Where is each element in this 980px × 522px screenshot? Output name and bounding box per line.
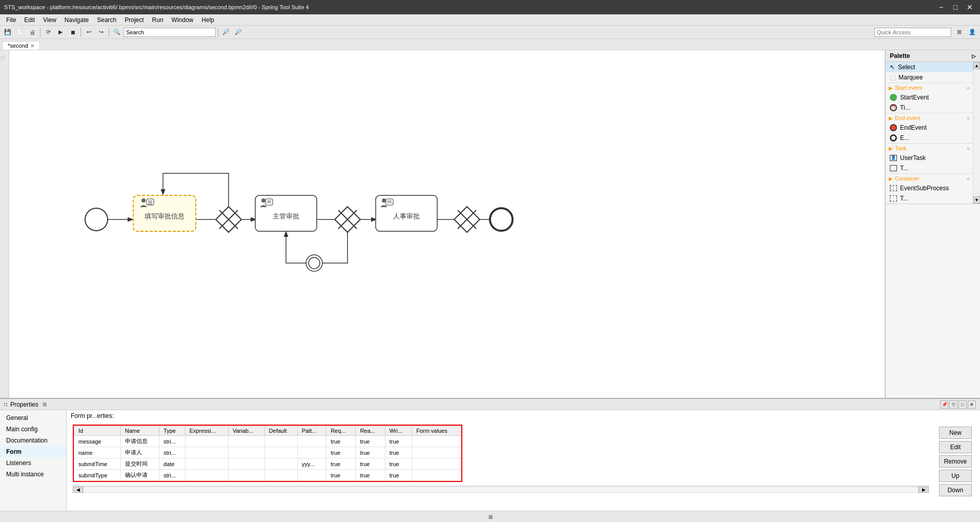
canvas-area[interactable]: 填写审批信息 主管审批 xyxy=(9,50,885,398)
start-event-icon xyxy=(890,94,897,101)
cell-writable: true xyxy=(385,470,412,481)
properties-header: □ Properties ⊠ 📌 ▽ □ ✕ xyxy=(0,399,980,410)
cell-variable xyxy=(228,470,264,481)
palette-item-event-subprocess[interactable]: ⬚ EventSubProcess xyxy=(886,183,973,193)
h-scroll-right[interactable]: ▶ xyxy=(918,487,929,493)
palette-item-start-event[interactable]: StartEvent xyxy=(886,92,973,103)
palette-item-start-event-label: StartEvent xyxy=(900,94,929,101)
menu-view[interactable]: View xyxy=(39,15,60,25)
props-tab-general[interactable]: General xyxy=(0,412,66,424)
toolbar-btn-search[interactable]: 🔍 xyxy=(111,27,122,38)
properties-pin-btn[interactable]: 📌 xyxy=(940,400,948,409)
group-arrow-icon: ▶ xyxy=(889,85,893,91)
toolbar-btn-9[interactable]: 🔎 xyxy=(220,27,232,38)
properties-close-btn[interactable]: ✕ xyxy=(968,400,976,409)
menu-file[interactable]: File xyxy=(2,15,20,25)
cell-name: 提交时间 xyxy=(120,458,159,470)
group-end-collapse-btn[interactable]: ○ xyxy=(967,115,970,121)
properties-icon: □ xyxy=(4,401,7,407)
cell-readable: true xyxy=(356,458,385,470)
table-row[interactable]: submitType 确认申请 stri... true true xyxy=(74,470,461,481)
editor-palette: □ xyxy=(0,50,980,398)
palette-title: Palette xyxy=(890,52,910,59)
col-readable: Rea... xyxy=(356,426,385,436)
toolbar-btn-3[interactable]: 🖨 xyxy=(27,27,38,38)
props-tab-main-config[interactable]: Main config xyxy=(0,424,66,435)
h-scrollbar[interactable]: ◀ ▶ xyxy=(73,486,929,493)
menu-edit[interactable]: Edit xyxy=(20,15,39,25)
palette-item-marquee-label: Marquee xyxy=(899,74,923,81)
palette-item-select[interactable]: ↖ Select xyxy=(886,62,973,72)
palette-scroll-down[interactable]: ▼ xyxy=(973,196,980,204)
props-tab-listeners[interactable]: Listeners xyxy=(0,457,66,469)
properties-max-btn[interactable]: □ xyxy=(958,400,967,409)
svg-rect-21 xyxy=(266,199,273,205)
toolbar-sep-1 xyxy=(40,28,40,37)
quick-access-input[interactable] xyxy=(874,28,951,37)
menu-project[interactable]: Project xyxy=(120,15,148,25)
remove-button[interactable]: Remove xyxy=(939,455,972,468)
toolbar-btn-6[interactable]: ⏹ xyxy=(67,27,78,38)
toolbar-btn-2[interactable]: 📄 xyxy=(14,27,26,38)
palette-scroll-up[interactable]: ▲ xyxy=(973,62,980,69)
cell-id: message xyxy=(74,436,121,447)
palette-collapse-icon[interactable]: ▷ xyxy=(972,53,976,59)
properties-panel: □ Properties ⊠ 📌 ▽ □ ✕ General Main conf… xyxy=(0,398,980,511)
toolbar-btn-10[interactable]: 🔎 xyxy=(233,27,244,38)
properties-min-btn[interactable]: ▽ xyxy=(949,400,957,409)
palette-item-subprocess[interactable]: T... xyxy=(886,193,973,204)
props-content: Form pr...erties: Id Name Type Expre xyxy=(67,410,980,511)
new-button[interactable]: New xyxy=(939,427,972,439)
menu-search[interactable]: Search xyxy=(93,15,120,25)
menu-window[interactable]: Window xyxy=(168,15,198,25)
cell-form-values xyxy=(412,436,461,447)
close-button[interactable]: ✕ xyxy=(964,2,976,12)
menu-run[interactable]: Run xyxy=(148,15,168,25)
toolbar-search-input[interactable] xyxy=(124,28,216,37)
palette-item-end-event[interactable]: EndEvent xyxy=(886,123,973,133)
palette-item-task[interactable]: T... xyxy=(886,163,973,173)
table-row[interactable]: name 申请人 stri... true true xyxy=(74,447,461,458)
cell-readable: true xyxy=(356,447,385,458)
cell-required: true xyxy=(326,470,356,481)
tab-close-icon[interactable]: ✕ xyxy=(30,43,34,49)
props-tab-documentation[interactable]: Documentation xyxy=(0,435,66,446)
profile-btn[interactable]: 👤 xyxy=(967,27,978,38)
palette-group-container-label: Container xyxy=(895,175,920,182)
form-properties-title: Form pr...erties: xyxy=(71,412,976,419)
group-collapse-btn[interactable]: ○ xyxy=(967,85,970,91)
svg-point-38 xyxy=(490,208,513,231)
h-scroll-left[interactable]: ◀ xyxy=(73,487,83,493)
toolbar-btn-1[interactable]: 💾 xyxy=(2,27,13,38)
toolbar-btn-8[interactable]: ↪ xyxy=(95,27,107,38)
menu-navigate[interactable]: Navigate xyxy=(60,15,93,25)
group-task-collapse-btn[interactable]: ○ xyxy=(967,146,970,151)
props-tab-form[interactable]: Form xyxy=(0,446,66,457)
group-container-collapse-btn[interactable]: ○ xyxy=(967,176,970,182)
palette-group-container: ▶ Container ○ xyxy=(886,173,973,183)
minimize-button[interactable]: − xyxy=(935,2,947,12)
toolbar-btn-4[interactable]: ⟳ xyxy=(43,27,54,38)
tab-second[interactable]: *second ✕ xyxy=(2,41,40,50)
menu-help[interactable]: Help xyxy=(197,15,218,25)
edit-button[interactable]: Edit xyxy=(939,441,972,453)
svg-text:人事审批: 人事审批 xyxy=(393,212,420,220)
form-table: Id Name Type Expressi... Variab... Defau… xyxy=(74,426,461,481)
palette-item-end-event-label: EndEvent xyxy=(900,124,927,131)
props-tab-multi-instance[interactable]: Multi instance xyxy=(0,469,66,480)
toolbar-btn-7[interactable]: ↩ xyxy=(83,27,94,38)
palette-item-timer[interactable]: ⏰ Ti... xyxy=(886,103,973,113)
table-row[interactable]: submitTime 提交时间 date yyy... true true xyxy=(74,458,461,470)
palette-group-start-label: Start event xyxy=(895,85,922,91)
table-row[interactable]: message 申请信息 stri... true true xyxy=(74,436,461,447)
toolbar-btn-5[interactable]: ▶ xyxy=(55,27,66,38)
palette-item-user-task[interactable]: 👤 UserTask xyxy=(886,153,973,163)
up-button[interactable]: Up xyxy=(939,470,972,482)
quick-access-btn[interactable]: ⊞ xyxy=(953,27,965,38)
maximize-button[interactable]: □ xyxy=(949,2,962,12)
palette-item-error[interactable]: E... xyxy=(886,133,973,143)
down-button[interactable]: Down xyxy=(939,484,972,496)
form-table-wrapper: Id Name Type Expressi... Variab... Defau… xyxy=(73,425,462,482)
palette-item-marquee[interactable]: ⬚ Marquee xyxy=(886,72,973,83)
col-writable: Wri... xyxy=(385,426,412,436)
